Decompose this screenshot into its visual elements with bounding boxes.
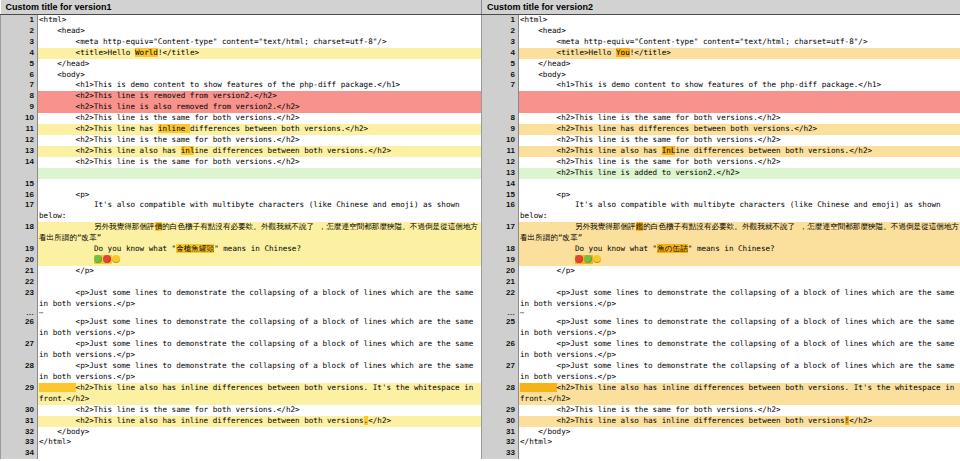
code-line-old: <head> xyxy=(38,26,482,37)
line-number-old: 3 xyxy=(1,37,38,48)
line-number-old: 10 xyxy=(1,113,38,124)
code-segment: Do you know what " xyxy=(39,244,176,253)
line-number-new: 2 xyxy=(482,26,519,37)
diff-row: 8 <h2>This line is removed from version2… xyxy=(1,91,960,102)
code-line-new: </p> xyxy=(519,266,960,277)
line-number-old: 31 xyxy=(1,416,38,427)
diff-row: 3 <meta http-equiv="Content-type" conten… xyxy=(1,37,960,48)
line-number-new: 12 xyxy=(482,157,519,168)
diff-row: 16 <p>15 <p> xyxy=(1,190,960,201)
code-segment: ⋯ xyxy=(39,309,43,317)
line-number-old: 21 xyxy=(1,266,38,277)
code-segment: <p>Just some lines to demonstrate the co… xyxy=(39,361,478,381)
code-line-old: <h2>This line also has inline difference… xyxy=(38,383,482,405)
code-segment: <h2>This line is the same for both versi… xyxy=(39,135,300,144)
code-line-new xyxy=(519,91,960,102)
code-segment: 另外我覺得那個評 xyxy=(520,222,636,231)
line-number-new: 32 xyxy=(482,437,519,448)
old-version-title: Custom title for version1 xyxy=(1,0,482,15)
diff-row: 9 <h2>This line is also removed from ver… xyxy=(1,102,960,113)
code-line-old: 另外我覺得那個評價的白色櫃子有點沒有必要欸。外觀我就不說了 ，怎麼連空間都那麼狹… xyxy=(38,222,482,244)
code-segment: <body> xyxy=(520,70,566,79)
code-segment: <h2>This line also has xyxy=(520,146,662,155)
diff-table: Custom title for version1 Custom title f… xyxy=(0,0,960,459)
diff-row: 12 <h2>This line is the same for both ve… xyxy=(1,135,960,146)
diff-row: 30 <h2>This line is the same for both ve… xyxy=(1,405,960,416)
red-apple-emoji xyxy=(575,255,583,263)
code-segment: <h2>This line is added to version2.</h2> xyxy=(520,168,739,177)
line-number-new xyxy=(482,91,519,102)
code-segment: <h2>This line is the same for both versi… xyxy=(520,113,781,122)
line-number-old: 30 xyxy=(1,405,38,416)
code-segment: <html> xyxy=(39,15,66,24)
code-line-old: <h2>This line is removed from version2.<… xyxy=(38,91,482,102)
diff-row: 13 <h2>This line is added to version2.</… xyxy=(1,168,960,179)
line-number-old: 5 xyxy=(1,59,38,70)
code-line-old xyxy=(38,255,482,266)
diff-row: 31 <h2>This line also has inline differe… xyxy=(1,416,960,427)
line-number-new: 27 xyxy=(482,361,519,383)
diff-row: 4 <title>Hello World!</title>4 <title>He… xyxy=(1,48,960,59)
code-segment: <h2>This line is the same for both versi… xyxy=(39,113,300,122)
code-line-old: <p> xyxy=(38,190,482,201)
line-number-new: 21 xyxy=(482,277,519,288)
code-line-old xyxy=(38,168,482,179)
line-number-old: 26 xyxy=(1,317,38,339)
code-line-new: <h2>This line has differences between bo… xyxy=(519,124,960,135)
code-segment: <h2>This line also has inline difference… xyxy=(520,383,959,403)
line-number-new: 5 xyxy=(482,59,519,70)
line-number-old: 33 xyxy=(1,437,38,448)
line-number-old: 4 xyxy=(1,48,38,59)
code-segment: <h2>This line has differences between bo… xyxy=(520,124,817,133)
code-segment: <h2>This line is removed from version2.<… xyxy=(39,91,277,100)
code-line-new xyxy=(519,102,960,113)
code-line-old: <p>Just some lines to demonstrate the co… xyxy=(38,361,482,383)
code-segment: <h1>This is demo content to show feature… xyxy=(39,80,400,89)
code-segment: <h2>This line is the same for both versi… xyxy=(39,157,300,166)
code-line-new: <html> xyxy=(519,15,960,26)
code-segment: It's also compatible with multibyte char… xyxy=(39,200,464,220)
code-segment: <h1>This is demo content to show feature… xyxy=(520,80,881,89)
diff-row: 19 Do you know what "金槍魚罐頭" means in Chi… xyxy=(1,244,960,255)
code-segment: <p> xyxy=(39,190,89,199)
inline-diff-highlight: InL xyxy=(662,146,676,155)
code-segment: </p> xyxy=(520,266,575,275)
code-segment: !</title> xyxy=(630,48,671,57)
line-number-new: 33 xyxy=(482,448,519,459)
code-line-new: <head> xyxy=(519,26,960,37)
line-number-old: 29 xyxy=(1,383,38,405)
diff-row: 1<html>1<html> xyxy=(1,15,960,26)
code-segment: It's also compatible with multibyte char… xyxy=(520,200,945,220)
new-version-title-label: Custom title for version2 xyxy=(487,2,593,12)
diff-table-body: 1<html>1<html>2 <head>2 <head>3 <meta ht… xyxy=(1,15,960,460)
code-segment: </head> xyxy=(39,59,89,68)
inline-diff-highlight: inl xyxy=(181,146,195,155)
code-line-old: <h2>This line is the same for both versi… xyxy=(38,405,482,416)
line-number-old: 23 xyxy=(1,288,38,310)
code-line-old xyxy=(38,448,482,459)
line-number-new: 4 xyxy=(482,48,519,59)
line-number-old: 27 xyxy=(1,339,38,361)
code-line-old xyxy=(38,277,482,288)
code-line-old xyxy=(38,179,482,190)
line-number-old: 7 xyxy=(1,80,38,91)
code-segment: <h2>This line is the same for both versi… xyxy=(39,405,300,414)
line-number-old: 16 xyxy=(1,190,38,201)
smiley-face-emoji xyxy=(112,255,120,263)
code-line-new: <h2>This line also has inline difference… xyxy=(519,383,960,405)
code-segment: " means in Chinese? xyxy=(214,244,301,253)
inline-diff-highlight: You xyxy=(616,48,630,57)
code-line-new: <p>Just some lines to demonstrate the co… xyxy=(519,317,960,339)
line-number-old: 22 xyxy=(1,277,38,288)
code-segment: <p>Just some lines to demonstrate the co… xyxy=(39,339,478,359)
inline-diff-highlight: 魚の缶詰 xyxy=(657,244,688,253)
line-number-old: … xyxy=(1,309,38,317)
code-line-old: <title>Hello World!</title> xyxy=(38,48,482,59)
diff-row: 7 <h1>This is demo content to show featu… xyxy=(1,80,960,91)
diff-row: 21 </p>20 </p> xyxy=(1,266,960,277)
code-line-new: <h1>This is demo content to show feature… xyxy=(519,80,960,91)
code-line-old: <h2>This line is the same for both versi… xyxy=(38,135,482,146)
diff-row: 18 另外我覺得那個評價的白色櫃子有點沒有必要欸。外觀我就不說了 ，怎麼連空間都… xyxy=(1,222,960,244)
code-segment: <h2>This line has xyxy=(39,124,158,133)
red-apple-emoji xyxy=(103,255,111,263)
